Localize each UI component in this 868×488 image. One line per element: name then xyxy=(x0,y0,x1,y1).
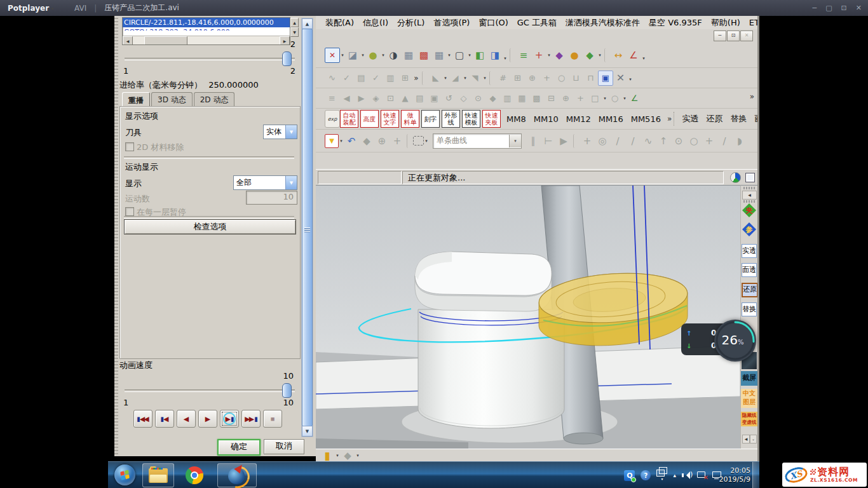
plus-tool-icon[interactable]: + xyxy=(573,92,588,105)
window-restore-icon[interactable]: ⊡ xyxy=(727,30,740,41)
network-error-icon[interactable]: ✕ xyxy=(697,471,707,479)
toolbar-overflow-icon[interactable]: » xyxy=(750,92,754,101)
dialog-drag-handle[interactable] xyxy=(114,16,118,456)
pull-icon[interactable]: ⊙ xyxy=(471,92,485,105)
hook-icon[interactable]: ↺ xyxy=(442,92,456,105)
height-button[interactable]: 高度 xyxy=(360,110,379,128)
info-box-icon[interactable]: ▥ xyxy=(500,92,515,105)
caret-icon[interactable]: ▾ xyxy=(447,48,452,63)
tray-caret-icon[interactable]: ▾ xyxy=(661,477,663,481)
chamfer-left-icon[interactable]: ◣ xyxy=(428,71,443,85)
frame-toggle-icon[interactable] xyxy=(745,173,755,182)
taskbar-explorer-button[interactable] xyxy=(142,463,174,487)
group-separator[interactable] xyxy=(573,134,578,148)
snap-line-icon[interactable]: ∕ xyxy=(610,133,625,149)
boss-icon[interactable]: ⊓ xyxy=(583,71,598,85)
selection-scope-dropdown[interactable]: 单条曲线 ▾ xyxy=(433,133,522,149)
chamfer-right-icon[interactable]: ◢ xyxy=(448,71,463,85)
window-switch-icon[interactable] xyxy=(656,470,665,477)
viewport[interactable] xyxy=(316,185,740,449)
filter-funnel-icon[interactable]: ▼ xyxy=(325,134,339,148)
shaded-view-icon[interactable]: ◪ xyxy=(345,48,360,63)
group-separator[interactable] xyxy=(604,48,609,62)
auto-assembly-button[interactable]: 自动装配 xyxy=(340,110,358,128)
mm-size-button[interactable]: MM12 xyxy=(562,114,595,124)
forward-arrow-icon[interactable]: ▶ xyxy=(354,92,369,105)
menu-item[interactable]: 星空 V6.935F xyxy=(644,17,707,29)
move-tool-icon[interactable]: ⊞ xyxy=(398,71,412,85)
window-minimize-icon[interactable]: ─ xyxy=(714,30,726,41)
replace-button[interactable]: 替换 xyxy=(742,302,757,316)
snap-blob-icon[interactable]: ◗ xyxy=(732,133,747,149)
poly-icon[interactable]: ◇ xyxy=(456,92,471,105)
group-separator[interactable] xyxy=(407,134,411,148)
chinese-layer-button[interactable]: 中文图层 xyxy=(741,389,757,408)
clamp-tool-icon[interactable]: 夹 xyxy=(742,203,756,217)
window-close-icon[interactable]: ✕ xyxy=(740,30,753,41)
face-translucent-button[interactable]: 面透 xyxy=(742,263,757,277)
paint-body-icon[interactable]: ▦ xyxy=(515,92,529,105)
cone-tool-icon[interactable]: ◥ xyxy=(468,71,482,85)
book-pages-icon[interactable]: ▥ xyxy=(383,71,398,85)
facet-cube-icon[interactable]: ▩ xyxy=(416,48,431,63)
ring-icon[interactable]: ○ xyxy=(554,71,569,85)
snap-tree-icon[interactable]: ⊢ xyxy=(541,133,556,149)
caret-icon[interactable]: ▾ xyxy=(503,51,508,66)
material-list-button[interactable]: 做料单 xyxy=(401,110,419,128)
verify-solid-icon[interactable]: ▣ xyxy=(598,71,613,86)
menu-item[interactable]: 潇洒模具汽模标准件 xyxy=(561,17,644,29)
play-forward-button[interactable]: ▶ xyxy=(198,410,217,428)
material-removal-checkbox[interactable] xyxy=(125,142,134,151)
param-tool-icon[interactable]: 参 xyxy=(742,222,756,236)
rail-drag-handle[interactable] xyxy=(743,187,755,189)
cube-display-icon[interactable]: ◆ xyxy=(340,448,355,463)
menu-item[interactable]: 信息(I) xyxy=(358,17,393,29)
show-hidden-icons[interactable]: ▴ xyxy=(673,472,676,478)
verify-leaf-icon[interactable]: ✓ xyxy=(339,71,354,85)
snap-curve-icon[interactable]: ∿ xyxy=(641,133,656,149)
step-back-button[interactable]: ▮◀ xyxy=(155,410,174,428)
pause-each-layer-checkbox[interactable] xyxy=(125,207,134,216)
ruler-cube-icon[interactable]: ▤ xyxy=(412,92,427,105)
csys-zyx-icon[interactable]: ∠ xyxy=(627,92,642,105)
caret-icon[interactable]: ▾ xyxy=(339,133,344,149)
scroll-up-icon[interactable]: ▲ xyxy=(302,18,313,29)
snap-up-icon[interactable]: ↑ xyxy=(656,133,671,149)
render-sphere-icon[interactable]: ● xyxy=(365,48,381,63)
caret-icon[interactable]: ▾ xyxy=(482,71,487,85)
restore-button[interactable]: 还原 xyxy=(742,283,758,297)
go-start-button[interactable]: ▮◀◀ xyxy=(133,410,153,428)
caret-icon[interactable]: ▾ xyxy=(381,48,386,63)
group-separator[interactable] xyxy=(489,71,494,85)
rotate-view-icon[interactable]: ◈ xyxy=(369,92,383,105)
caret-icon[interactable]: ▾ xyxy=(463,71,468,85)
snap-parallel-icon[interactable]: ∥ xyxy=(526,133,541,149)
tab[interactable]: 2D 动态 xyxy=(194,92,235,107)
nc-code-selected-row[interactable]: CIRCLE/-221.811,-18.416,6.000,0.0000000 xyxy=(123,18,290,27)
menu-item[interactable]: 装配(A) xyxy=(321,17,358,29)
grab-hand-icon[interactable]: ◆ xyxy=(552,48,567,63)
progress-slider-track[interactable] xyxy=(125,58,295,60)
show-desktop-button[interactable] xyxy=(752,462,759,488)
mm-size-button[interactable]: MM516 xyxy=(627,114,665,124)
measure-angle-icon[interactable]: ∠ xyxy=(626,48,641,63)
wireframe-pin-icon[interactable]: ▦ xyxy=(401,48,416,63)
csys-orient-icon[interactable]: + xyxy=(531,48,546,63)
copy-face-icon[interactable]: ⊡ xyxy=(383,92,398,105)
red-box-icon[interactable]: ▩ xyxy=(529,92,544,105)
group-separator[interactable] xyxy=(510,48,514,62)
quick-clamp-button[interactable]: 快速夹板 xyxy=(482,110,501,128)
start-button[interactable] xyxy=(114,464,135,485)
undo-swoosh-icon[interactable]: ↶ xyxy=(344,133,359,149)
play-to-next-button[interactable]: ▶▮ xyxy=(220,410,239,428)
tab[interactable]: 重播 xyxy=(122,92,150,107)
toggle-display-icon[interactable]: ◆ xyxy=(582,48,597,63)
caret-icon[interactable]: ▾ xyxy=(424,133,429,149)
minimize-icon[interactable]: ─ xyxy=(813,4,817,12)
scroll-left-icon[interactable]: ◀ xyxy=(123,36,133,45)
rail-down-icon[interactable]: ⌄ xyxy=(750,435,757,444)
hidden-line-button[interactable]: 隐藏线变虚线 xyxy=(741,412,757,426)
fit-view-icon[interactable]: ✕ xyxy=(325,48,340,63)
caret-icon[interactable]: ▾ xyxy=(335,448,340,463)
quick-text-button[interactable]: 快速文字 xyxy=(381,110,399,128)
